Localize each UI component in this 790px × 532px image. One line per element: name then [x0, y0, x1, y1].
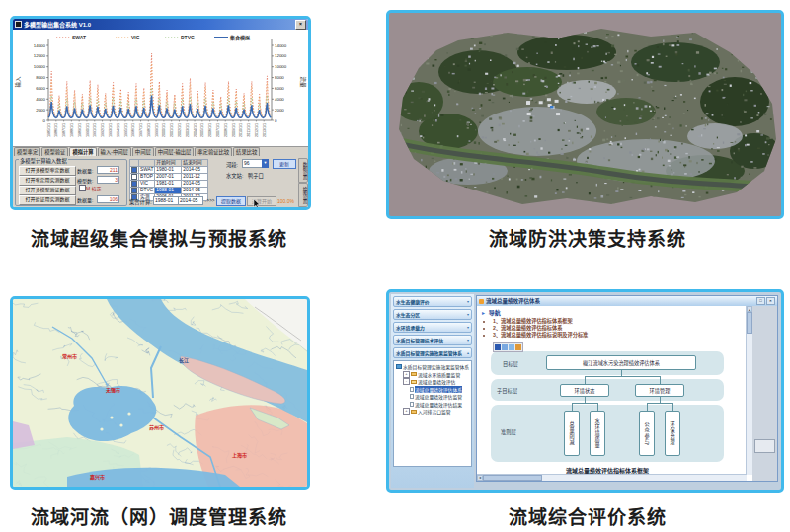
table-row[interactable]: DTVG1988-012014-05: [130, 188, 208, 194]
sidebar-menu-item[interactable]: 水质目标管理技术评估▾: [393, 335, 472, 345]
svg-text:2001/1/1: 2001/1/1: [170, 123, 174, 137]
tree-item[interactable]: 流域总量绩效评估体系: [395, 386, 470, 394]
sidebar-menu-item[interactable]: 水生态分区▾: [393, 309, 472, 320]
chevron-down-icon: ▾: [467, 338, 469, 342]
row-checkbox[interactable]: [131, 188, 137, 193]
connector-line: [672, 403, 673, 411]
model-period-table[interactable]: 开始时间结束时间SWAT1980-012014-05BTOP2007-01201…: [129, 159, 208, 201]
connector-line: [647, 403, 673, 404]
start-date-input[interactable]: 1988-01: [153, 196, 179, 205]
zoom-icon[interactable]: [509, 344, 514, 350]
svg-text:2010/1/1: 2010/1/1: [239, 123, 243, 137]
diagram-toolbar[interactable]: [493, 342, 523, 352]
svg-text:1999/1/1: 1999/1/1: [155, 123, 159, 137]
svg-text:14000: 14000: [275, 43, 287, 48]
p1-tab[interactable]: 模型验证: [41, 147, 68, 156]
row-checkbox[interactable]: [131, 167, 137, 173]
field-value[interactable]: 211: [97, 166, 119, 174]
nav-item[interactable]: 3、流域总量绩效评估指标说明及评分标准: [493, 332, 747, 339]
extract-data-button[interactable]: 提取数据: [216, 196, 246, 206]
svg-text:1991/1/1: 1991/1/1: [93, 123, 97, 137]
svg-text:8000: 8000: [275, 75, 284, 80]
nav-item[interactable]: 1、流域总量绩效评估指标体系框架: [493, 318, 747, 325]
vertical-scrollbar[interactable]: ▲: [746, 306, 752, 475]
map-label: 苏州市: [149, 424, 164, 431]
p1-tab[interactable]: 模拟计算: [69, 147, 96, 156]
m-correction-checkbox[interactable]: [79, 185, 86, 191]
tree-item[interactable]: 流域总量绩效评估监管: [395, 393, 470, 401]
sidebar-menu-item[interactable]: 水质目标管理实施效果监管体系▴: [393, 347, 472, 358]
tree-item[interactable]: +流域水环境质量监管: [395, 371, 470, 379]
update-button[interactable]: 更新: [273, 159, 296, 169]
tree-item[interactable]: -流域总量绩效评估: [395, 378, 470, 386]
scrollbar-thumb[interactable]: [483, 475, 542, 481]
sidebar-tree: 水质目标管理实施效果监管体系+流域水环境质量监管-流域总量绩效评估流域总量绩效评…: [393, 360, 472, 467]
open-data-button[interactable]: 打开验证用实测数据: [19, 195, 76, 205]
reach-input[interactable]: 96: [242, 159, 264, 168]
aerial-3d-terrain[interactable]: [389, 13, 781, 216]
nav-title: 导航: [489, 310, 501, 316]
subgoal-box: 环境状态: [560, 384, 609, 397]
side-tab-data[interactable]: 数据设置: [298, 158, 308, 183]
checkbox-label: M 校正: [86, 185, 102, 191]
chevron-down-icon: ▾: [467, 299, 469, 304]
sidebar-menu-item[interactable]: 水环境承载力▾: [393, 322, 472, 333]
tree-item[interactable]: 流域总量绩效评估结果: [395, 401, 470, 409]
svg-text:2000: 2000: [36, 108, 45, 113]
p1-tab[interactable]: 输入-中间层: [98, 147, 131, 156]
table-header: 开始时间: [155, 160, 182, 167]
connector-line: [660, 376, 661, 384]
station-value: 鸭子口: [248, 172, 264, 180]
sidebar-menu-label: 水生态健康评价: [396, 298, 430, 305]
mini-panel[interactable]: [754, 439, 775, 453]
tree-item-label: 流域总量绩效评估体系: [415, 386, 462, 393]
tree-item[interactable]: +入河排污口监管: [395, 408, 470, 416]
window-titlebar[interactable]: 多模型输出集合系统 V1.0 ×: [13, 19, 308, 30]
run-button[interactable]: 运算开始: [247, 196, 276, 206]
p1-tab[interactable]: 结果比较: [233, 147, 260, 156]
reach-label: 河段:: [226, 161, 238, 169]
svg-text:1996/1/1: 1996/1/1: [131, 123, 135, 137]
p1-tab[interactable]: 率定验证比较: [195, 147, 232, 156]
sidebar: 水生态健康评价▾水生态分区▾水环境承载力▾水质目标管理技术评估▾水质目标管理实施…: [391, 294, 474, 488]
arrow-text: →>>>: [202, 198, 214, 203]
svg-text:8000: 8000: [36, 75, 45, 80]
horizontal-scrollbar[interactable]: ◄: [477, 474, 747, 481]
p1-tab[interactable]: 模型率定: [14, 147, 40, 156]
evaluation-inner-window: 流域总量绩效评估体系 □ × ▸ 导航 1、流域总量绩效评估指标体系框架2、流域…: [476, 295, 778, 482]
folder-open-icon: [411, 380, 417, 384]
nav-item[interactable]: 2、流域总量绩效评估指标体系: [493, 325, 747, 332]
save-icon[interactable]: [495, 344, 501, 350]
export-icon[interactable]: [515, 344, 521, 350]
maximize-icon[interactable]: □: [756, 297, 765, 305]
sidebar-menu-item[interactable]: 水生态健康评价▾: [393, 296, 472, 307]
river-network-map[interactable]: 常州市无锡市苏州市上海市嘉兴市长江: [13, 299, 307, 487]
field-value[interactable]: 3: [97, 176, 119, 184]
row-checkbox[interactable]: [131, 174, 137, 180]
tree-toggle-icon[interactable]: +: [403, 371, 410, 378]
table-row[interactable]: BTOP2007-012011-12: [130, 174, 208, 181]
progress-text: 100.0%: [277, 198, 294, 204]
nav-arrow-icon: ▸: [482, 310, 485, 316]
connector-line: [647, 403, 648, 411]
table-row[interactable]: VIC1981-012014-05: [130, 181, 208, 188]
p1-tab[interactable]: 中间层: [132, 147, 154, 156]
table-row[interactable]: SWAT1980-012014-05: [130, 167, 208, 174]
tree-toggle-icon[interactable]: -: [403, 378, 410, 385]
tree-item[interactable]: 水质目标管理实施效果监管体系: [395, 363, 470, 371]
open-data-button[interactable]: 打开率定用实测数据: [19, 176, 76, 186]
open-data-button[interactable]: 打开多模型率定数据: [19, 166, 76, 176]
goal-box: 椒江流域水污染治理绩效评估体系: [546, 355, 696, 370]
end-date-input[interactable]: 2014-05: [178, 196, 203, 205]
chevron-down-icon[interactable]: ▼: [262, 159, 269, 168]
close-icon[interactable]: ×: [766, 297, 775, 305]
side-tab-plot[interactable]: 绘图设置: [298, 183, 308, 207]
inner-window-titlebar[interactable]: 流域总量绩效评估体系 □ ×: [477, 296, 777, 306]
p1-tab[interactable]: 中间层-输出层: [155, 147, 195, 156]
print-icon[interactable]: [502, 344, 508, 350]
close-icon[interactable]: ×: [295, 20, 306, 30]
row-checkbox[interactable]: [131, 181, 137, 187]
tree-toggle-icon[interactable]: +: [403, 408, 410, 415]
field-value[interactable]: 106: [97, 195, 119, 203]
open-data-button[interactable]: 打开多模型验证数据: [19, 186, 76, 195]
